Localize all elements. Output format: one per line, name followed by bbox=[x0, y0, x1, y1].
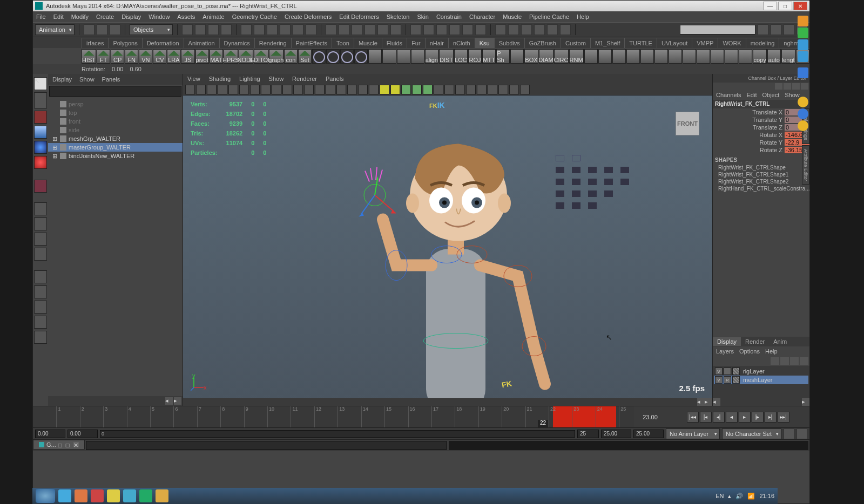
toolbar-button[interactable] bbox=[521, 24, 532, 35]
cb-menu-item[interactable]: Channels bbox=[716, 92, 741, 98]
selection-mask-dropdown[interactable]: Objects bbox=[130, 24, 173, 35]
viewport-tool-button[interactable] bbox=[412, 85, 422, 94]
shelf-tab[interactable]: PaintEffects bbox=[291, 38, 333, 48]
outliner-item[interactable]: persp bbox=[48, 100, 183, 108]
anim-layer-dropdown[interactable]: No Anim Layer bbox=[666, 428, 720, 439]
shelf-tab[interactable]: M1_Shelf bbox=[590, 38, 625, 48]
menu-muscle[interactable]: Muscle bbox=[503, 13, 522, 20]
outliner-item[interactable]: front bbox=[48, 117, 183, 126]
taskbar-item[interactable] bbox=[107, 489, 120, 502]
shelf-button[interactable]: FN bbox=[125, 49, 138, 64]
viewport-tool-button[interactable] bbox=[272, 85, 281, 94]
paint-select-tool[interactable] bbox=[34, 111, 47, 124]
shelf-button[interactable]: FT bbox=[97, 49, 110, 64]
shelf-button[interactable]: DIST bbox=[439, 49, 454, 64]
open-scene-button[interactable] bbox=[97, 24, 107, 35]
toolbar-button[interactable] bbox=[182, 24, 193, 35]
shelf-button[interactable] bbox=[683, 49, 696, 64]
scroll-left[interactable]: ◂ bbox=[697, 398, 705, 406]
shelf-button[interactable] bbox=[382, 49, 396, 64]
taskbar-item[interactable] bbox=[156, 489, 168, 502]
shelf-button[interactable] bbox=[739, 49, 752, 64]
shelf-tab[interactable]: Ksu bbox=[475, 38, 495, 48]
lasso-tool[interactable] bbox=[34, 92, 47, 108]
taskbar-item[interactable] bbox=[91, 489, 104, 502]
taskbar-item[interactable] bbox=[123, 489, 136, 502]
script-tab[interactable]: G... □ □ ✕ bbox=[33, 440, 85, 449]
shelf-button[interactable] bbox=[598, 49, 612, 64]
viewport-tool-button[interactable] bbox=[282, 85, 292, 94]
viewport-menu-item[interactable]: Shading bbox=[209, 76, 231, 82]
toolbar-button[interactable] bbox=[449, 24, 460, 35]
shelf-button[interactable]: DIAM bbox=[539, 49, 554, 64]
shelf-button[interactable] bbox=[725, 49, 738, 64]
shelf-button[interactable]: copy bbox=[753, 49, 766, 64]
toolbar-button[interactable] bbox=[462, 24, 473, 35]
viewport-tool-button[interactable] bbox=[326, 85, 335, 94]
outliner-menu-item[interactable]: Display bbox=[52, 76, 72, 83]
shelf-button[interactable]: LRA bbox=[167, 49, 180, 64]
shelf-button[interactable] bbox=[368, 49, 382, 64]
shelf-row[interactable]: HISTFTCPFNVNCVLRAJSpivotMATHPRSNODEEDITO… bbox=[33, 48, 809, 64]
shelf-button[interactable] bbox=[669, 49, 682, 64]
outliner-item[interactable]: ⊞bindJointsNew_WALTER bbox=[48, 152, 183, 160]
layout-preset[interactable] bbox=[34, 316, 47, 329]
layout-two-v[interactable] bbox=[34, 248, 47, 261]
menu-edit[interactable]: Edit bbox=[53, 13, 64, 20]
channel-attributes[interactable]: Translate X0Translate Y0Translate Z0Rota… bbox=[713, 108, 809, 154]
viewport-tool-button[interactable] bbox=[520, 85, 530, 94]
channel-attr[interactable]: Rotate X-146.089 bbox=[713, 131, 809, 139]
manipulator-tool[interactable] bbox=[34, 180, 47, 193]
viewport-menu-item[interactable]: Renderer bbox=[292, 76, 317, 82]
toolbar-button[interactable] bbox=[423, 24, 434, 35]
playback-start-input[interactable]: 0.00 bbox=[68, 430, 98, 438]
toolbar-button[interactable] bbox=[410, 24, 421, 35]
shelf-button[interactable]: CP bbox=[111, 49, 124, 64]
layer-menu-item[interactable]: Options bbox=[739, 348, 760, 355]
scale-tool[interactable] bbox=[34, 156, 47, 169]
step-forward-button[interactable]: |▸ bbox=[752, 412, 764, 423]
menu-edit deformers[interactable]: Edit Deformers bbox=[339, 13, 379, 20]
shapes-list[interactable]: RightWrist_FK_CTRLShapeRightWrist_FK_CTR… bbox=[713, 164, 809, 192]
shape-item[interactable]: RightWrist_FK_CTRLShape2 bbox=[713, 178, 809, 185]
windows-taskbar[interactable]: EN ▴🔊📶 21:16 bbox=[32, 488, 778, 504]
shelf-button[interactable] bbox=[654, 49, 668, 64]
time-slider[interactable]: 22 1234567891011121314151617181920212223… bbox=[33, 406, 809, 427]
shelf-button[interactable]: CIRC bbox=[554, 49, 569, 64]
save-scene-button[interactable] bbox=[110, 24, 120, 35]
shape-item[interactable]: RightWrist_FK_CTRLShape bbox=[713, 164, 809, 171]
layout-persp-graph[interactable] bbox=[34, 285, 47, 298]
shelf-button[interactable]: pivot bbox=[195, 49, 209, 64]
shelf-button[interactable] bbox=[626, 49, 640, 64]
layout-preset[interactable] bbox=[34, 331, 47, 344]
shelf-tab[interactable]: modeling bbox=[746, 38, 780, 48]
outliner-menu[interactable]: DisplayShowPanels bbox=[48, 74, 183, 85]
layers-list[interactable]: VrigLayerVRmeshLayer bbox=[713, 366, 809, 398]
viewport-tool-button[interactable] bbox=[261, 85, 271, 94]
shelf-button[interactable] bbox=[640, 49, 654, 64]
pose-thumbnails[interactable] bbox=[556, 155, 631, 209]
toolbar-button[interactable] bbox=[241, 24, 252, 35]
shelf-button[interactable]: Set bbox=[298, 49, 312, 64]
viewport-tool-button[interactable] bbox=[401, 85, 411, 94]
toolbar-button[interactable] bbox=[326, 24, 336, 35]
layer-row[interactable]: VRmeshLayer bbox=[714, 376, 808, 384]
viewport-tool-button[interactable] bbox=[218, 85, 227, 94]
play-forward-button[interactable]: ▸ bbox=[739, 412, 751, 423]
menu-help[interactable]: Help bbox=[577, 13, 589, 20]
shelf-tab[interactable]: Toon bbox=[332, 38, 354, 48]
current-frame-input[interactable]: 25 bbox=[577, 430, 599, 438]
outliner-menu-item[interactable]: Show bbox=[79, 76, 94, 83]
shelf-button[interactable] bbox=[340, 49, 354, 64]
cb-menu-item[interactable]: Object bbox=[762, 92, 779, 98]
layout-persp-outliner[interactable] bbox=[34, 270, 47, 283]
shelf-button[interactable] bbox=[312, 49, 326, 64]
shelf-tab[interactable]: Deformation bbox=[142, 38, 184, 48]
cb-icon[interactable] bbox=[775, 83, 782, 90]
menu-geometry cache[interactable]: Geometry Cache bbox=[232, 13, 277, 20]
shelf-tab[interactable]: WORK bbox=[718, 38, 746, 48]
viewport-tool-button[interactable] bbox=[509, 85, 519, 94]
shelf-tab[interactable]: nHair bbox=[425, 38, 449, 48]
menu-skin[interactable]: Skin bbox=[417, 13, 428, 20]
menu-pipeline cache[interactable]: Pipeline Cache bbox=[529, 13, 569, 20]
